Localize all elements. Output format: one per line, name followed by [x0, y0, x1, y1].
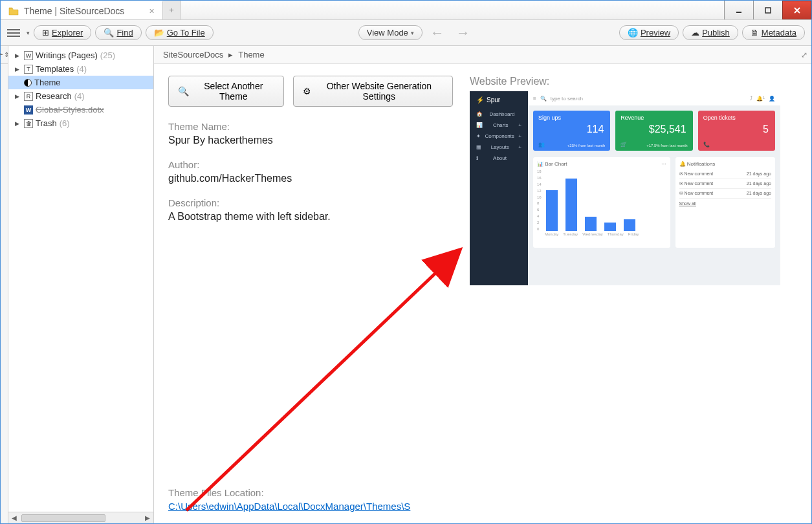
nav-back-button[interactable]: ← [426, 25, 448, 41]
tree-item-globalstyles[interactable]: ▶WGlobal-Styles.dotx [8, 103, 153, 116]
find-button[interactable]: 🔍Find [95, 25, 141, 40]
page-icon: W [24, 51, 33, 60]
template-icon: T [24, 65, 33, 74]
expander-icon[interactable]: ▶ [15, 93, 21, 100]
breadcrumb-sep-icon: ▸ [228, 50, 233, 60]
menu-caret-icon[interactable]: ▾ [27, 30, 30, 36]
minimize-button[interactable] [724, 1, 753, 19]
preview-chart: 📊 Bar Chart⋯ 181614121086420 MondayTuesd… [533, 157, 670, 248]
word-icon: W [24, 105, 33, 115]
scroll-left-icon[interactable]: ◀ [8, 514, 20, 521]
preview-brand: ⚡ Spur [470, 91, 528, 109]
select-another-theme-button[interactable]: 🔍Select Another Theme [168, 76, 284, 107]
new-tab-button[interactable]: + [163, 1, 181, 19]
description-value: A Bootstrap theme with left sidebar. [168, 211, 453, 223]
tab-title: Theme | SiteSourceDocs [24, 6, 124, 16]
expander-icon[interactable]: ▶ [15, 52, 21, 59]
cloud-upload-icon: ☁ [691, 28, 699, 38]
preview-topbar: ≡ 🔍 type to search ⤴🔔¹👤 [528, 91, 780, 105]
search-icon: 🔍 [104, 28, 114, 38]
preview-menu-icon: ≡ [533, 96, 536, 102]
author-value: github.com/HackerThemes [168, 173, 453, 184]
goto-file-button[interactable]: 📂Go To File [146, 25, 214, 40]
close-button[interactable] [782, 1, 811, 19]
maximize-button[interactable] [753, 1, 782, 19]
theme-name-value: Spur By hackerthemes [168, 135, 453, 146]
folder-icon [8, 6, 19, 16]
menu-icon[interactable] [7, 29, 20, 37]
tree-icon: ⊞ [42, 28, 49, 38]
tree-item-writings[interactable]: ▶WWritings (Pages) (25) [8, 49, 153, 62]
expander-icon[interactable]: ▶ [15, 120, 21, 127]
search-icon: 🔍 [178, 86, 189, 96]
tab-close-icon[interactable]: × [149, 6, 154, 16]
tree: ▶WWritings (Pages) (25) ▶TTemplates (4) … [8, 46, 153, 512]
nav-forward-button[interactable]: → [452, 25, 474, 41]
preview-nav-charts: 📊 Charts+ [470, 120, 528, 131]
files-location-label: Theme Files Location: [168, 487, 410, 498]
toolbar: ▾ ⊞Explorer 🔍Find 📂Go To File View Mode … [1, 20, 811, 46]
scroll-thumb[interactable] [21, 514, 105, 522]
preview-nav-layouts: ▦ Layouts+ [470, 142, 528, 153]
preview-nav-dashboard: 🏠 Dashboard [470, 109, 528, 120]
theme-name-label: Theme Name: [168, 121, 453, 132]
preview-nav-about: ℹ About [470, 153, 528, 164]
publish-button[interactable]: ☁Publish [683, 25, 738, 40]
sidebar-scrollbar[interactable]: ◀ ▶ [8, 512, 153, 523]
folder-open-icon: 📂 [154, 28, 164, 38]
files-location-link[interactable]: C:\Users\edwin\AppData\Local\DocxManager… [168, 501, 410, 512]
preview-nav-components: ✦ Components+ [470, 131, 528, 142]
preview-card-revenue: Revenue $25,541 🛒+17.5% from last month [615, 111, 692, 151]
preview-notifications: 🔔 Notifications ✉ New comment21 days ago… [675, 157, 776, 248]
titlebar: Theme | SiteSourceDocs × + [1, 1, 811, 20]
sidebar: ▶WWritings (Pages) (25) ▶TTemplates (4) … [8, 46, 154, 523]
preview-card-tickets: Open tickets 5 📞 [698, 111, 775, 151]
preview-search-icon: 🔍 [540, 96, 547, 102]
tree-item-theme[interactable]: ▶Theme [8, 76, 153, 89]
other-settings-button[interactable]: ⚙Other Website Generation Settings [293, 76, 453, 107]
explorer-button[interactable]: ⊞Explorer [34, 25, 91, 40]
theme-icon [24, 79, 32, 87]
preview-button[interactable]: 🌐Preview [619, 25, 679, 40]
breadcrumb-root[interactable]: SiteSourceDocs [163, 50, 223, 60]
breadcrumb: SiteSourceDocs ▸ Theme ⤢ [154, 46, 811, 64]
breadcrumb-page[interactable]: Theme [238, 50, 264, 60]
expander-icon[interactable]: ▶ [15, 66, 21, 72]
svg-rect-1 [765, 8, 771, 13]
description-label: Description: [168, 197, 453, 208]
expand-panel-icon[interactable]: ⤢ [801, 50, 807, 60]
collapse-icon[interactable]: ÷ [0, 51, 3, 58]
scroll-right-icon[interactable]: ▶ [142, 514, 153, 521]
gear-icon: ⚙ [303, 86, 311, 96]
document-icon: 🗎 [751, 28, 759, 38]
doc-icon: R [24, 92, 33, 101]
chevron-down-icon: ▾ [411, 30, 414, 36]
trash-icon: 🗑 [24, 119, 33, 128]
gutter: ÷⇕ [1, 46, 8, 523]
website-preview: ⚡ Spur 🏠 Dashboard 📊 Charts+ ✦ Component… [470, 91, 780, 285]
tree-item-research[interactable]: ▶RResearch (4) [8, 89, 153, 103]
tree-item-templates[interactable]: ▶TTemplates (4) [8, 62, 153, 76]
tab-active[interactable]: Theme | SiteSourceDocs × [1, 1, 163, 19]
preview-label: Website Preview: [470, 76, 797, 87]
globe-icon: 🌐 [628, 28, 638, 38]
author-label: Author: [168, 159, 453, 170]
preview-avatar-icon: 👤 [769, 96, 775, 102]
view-mode-button[interactable]: View Mode ▾ [358, 25, 422, 40]
metadata-button[interactable]: 🗎Metadata [742, 25, 805, 40]
preview-card-signups: Sign ups 114 👥+25% from last month [533, 111, 610, 151]
tree-item-trash[interactable]: ▶🗑Trash (6) [8, 116, 153, 130]
